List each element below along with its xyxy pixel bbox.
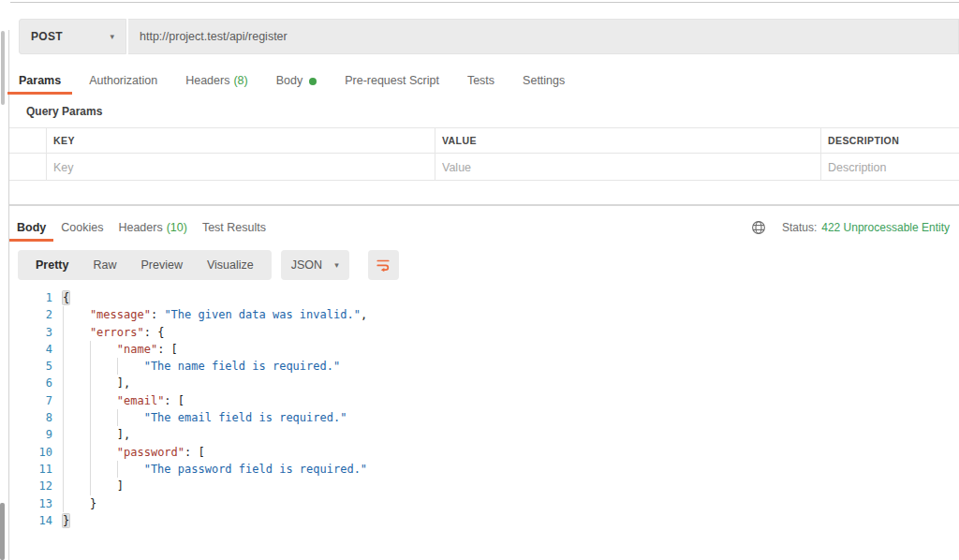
token-punct: ] xyxy=(117,479,124,493)
tab-body[interactable]: Body xyxy=(265,67,329,95)
token-str: "The given data was invalid." xyxy=(164,308,361,321)
response-tab-headers-label: Headers xyxy=(118,214,162,242)
indent-guide xyxy=(90,461,117,478)
response-tab-test-results[interactable]: Test Results xyxy=(195,214,273,242)
query-params-title: Query Params xyxy=(26,105,102,118)
view-mode-raw[interactable]: Raw xyxy=(81,250,128,280)
value-column-header: VALUE xyxy=(435,128,821,153)
indent-guide xyxy=(63,358,90,375)
code-line: 7"email": [ xyxy=(9,392,959,409)
token-str: "The name field is required." xyxy=(144,360,341,373)
code-line-content: "message": "The given data was invalid."… xyxy=(52,306,367,323)
code-line-content: "The password field is required." xyxy=(52,461,367,478)
param-description-input[interactable] xyxy=(828,161,952,174)
left-scrollbar-thumb-top[interactable] xyxy=(1,31,5,105)
indent-guide xyxy=(63,324,90,341)
response-tab-body[interactable]: Body xyxy=(9,214,53,242)
token-punct: : [ xyxy=(164,394,184,407)
code-line-content: "The email field is required." xyxy=(52,409,347,426)
line-number: 13 xyxy=(9,495,52,512)
token-punct: : [ xyxy=(157,343,178,356)
indent-guide xyxy=(63,478,90,494)
description-column-header: DESCRIPTION xyxy=(821,128,959,153)
code-line-content: "email": [ xyxy=(52,392,184,409)
view-mode-segmented-control: Pretty Raw Preview Visualize xyxy=(18,250,272,280)
tab-headers[interactable]: Headers (8) xyxy=(174,67,259,95)
tab-params[interactable]: Params xyxy=(7,67,72,95)
tab-settings-label: Settings xyxy=(523,67,565,95)
indent-guide xyxy=(63,495,90,512)
request-tabs: Params Authorization Headers (8) Body Pr… xyxy=(7,67,576,95)
code-line: 2"message": "The given data was invalid.… xyxy=(9,306,959,323)
left-scrollbar-thumb-bottom[interactable] xyxy=(0,503,5,560)
request-url-row: POST ▾ xyxy=(19,19,959,54)
tab-authorization[interactable]: Authorization xyxy=(78,67,169,95)
token-punct: ], xyxy=(117,376,130,390)
wrap-text-icon xyxy=(375,257,391,273)
code-line: 14} xyxy=(9,512,959,529)
indent-guide xyxy=(90,341,117,358)
param-key-input[interactable] xyxy=(53,161,428,174)
row-handle[interactable] xyxy=(9,154,47,181)
tab-settings[interactable]: Settings xyxy=(511,67,576,95)
tab-headers-label: Headers xyxy=(185,67,229,95)
line-number: 9 xyxy=(9,426,52,443)
response-status-area: Status: 422 Unprocessable Entity xyxy=(751,219,950,236)
view-mode-visualize[interactable]: Visualize xyxy=(195,250,266,280)
request-response-splitter[interactable] xyxy=(9,204,959,206)
panel-top-border xyxy=(10,2,959,3)
line-number: 14 xyxy=(9,512,52,529)
token-key: "errors" xyxy=(90,326,144,339)
view-mode-pretty[interactable]: Pretty xyxy=(23,250,81,280)
code-line-content: ], xyxy=(52,426,130,443)
token-key: "name" xyxy=(117,343,157,356)
code-line: 10"password": [ xyxy=(9,444,959,461)
indent-guide xyxy=(90,478,117,494)
code-lines: 1{2"message": "The given data was invali… xyxy=(9,289,959,529)
code-line: 6], xyxy=(9,375,959,391)
indent-guide xyxy=(90,426,117,443)
line-number: 1 xyxy=(9,289,52,306)
http-method-select[interactable]: POST ▾ xyxy=(19,19,126,54)
code-line-content: { xyxy=(52,289,69,306)
tab-params-label: Params xyxy=(19,67,61,95)
query-params-table: KEY VALUE DESCRIPTION xyxy=(9,127,959,181)
tab-body-label: Body xyxy=(276,67,303,95)
indent-guide xyxy=(117,409,144,426)
token-punct: ], xyxy=(117,428,130,441)
code-line-content: } xyxy=(52,512,69,529)
indent-guide xyxy=(63,461,90,478)
line-number: 10 xyxy=(9,444,52,461)
indent-guide xyxy=(63,426,90,443)
indent-guide xyxy=(90,392,117,409)
token-punct: } xyxy=(90,497,96,510)
tab-pre-request-script[interactable]: Pre-request Script xyxy=(333,67,450,95)
code-line: 3"errors": { xyxy=(9,324,959,341)
token-str: "The email field is required." xyxy=(144,411,347,424)
code-line: 9], xyxy=(9,426,959,443)
line-number: 3 xyxy=(9,324,52,341)
globe-icon[interactable] xyxy=(751,220,766,235)
tab-tests[interactable]: Tests xyxy=(456,67,506,95)
params-handle-column xyxy=(9,128,47,153)
indent-guide xyxy=(63,409,90,426)
line-number: 7 xyxy=(9,392,52,409)
token-punct-hl: } xyxy=(63,514,69,527)
tab-authorization-label: Authorization xyxy=(89,67,157,95)
indent-guide xyxy=(63,341,90,358)
token-punct: : { xyxy=(144,326,165,339)
response-tab-headers[interactable]: Headers (10) xyxy=(111,214,194,242)
response-language-select[interactable]: JSON ▾ xyxy=(281,250,349,280)
param-value-input[interactable] xyxy=(442,161,814,174)
wrap-lines-button[interactable] xyxy=(368,250,399,280)
indent-guide xyxy=(63,444,90,461)
view-mode-preview[interactable]: Preview xyxy=(128,250,194,280)
line-number: 6 xyxy=(9,375,52,391)
line-number: 4 xyxy=(9,341,52,358)
token-key: "email" xyxy=(117,394,165,407)
indent-guide xyxy=(90,375,117,391)
code-line-content: "The name field is required." xyxy=(52,358,340,375)
request-url-input[interactable] xyxy=(128,19,959,54)
response-tab-cookies[interactable]: Cookies xyxy=(53,214,111,242)
code-line-content: } xyxy=(52,495,96,512)
